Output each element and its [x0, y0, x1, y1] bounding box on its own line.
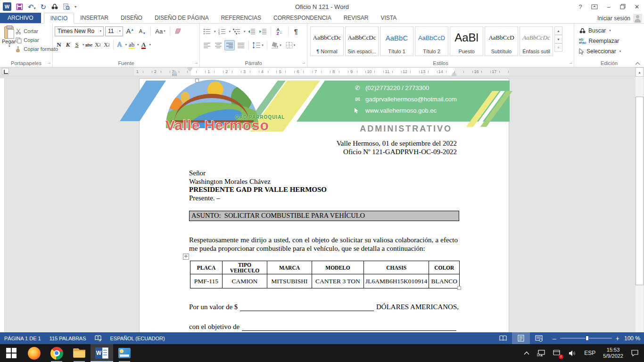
- style-sin-espaciado[interactable]: AaBbCcDcSin espaci...: [345, 26, 379, 56]
- col-color[interactable]: COLOR: [429, 261, 460, 274]
- taskbar-app[interactable]: [113, 344, 136, 362]
- col-marca[interactable]: MARCA: [267, 261, 312, 274]
- word-app-icon[interactable]: W: [3, 2, 11, 11]
- print-layout-button[interactable]: [512, 332, 530, 344]
- sort-button[interactable]: AZ↓: [273, 26, 286, 37]
- language-tray[interactable]: ESP: [581, 344, 599, 362]
- tab-revisar[interactable]: REVISAR: [338, 13, 375, 23]
- decrease-indent-button[interactable]: [247, 26, 257, 37]
- style-puesto[interactable]: AaBlPuesto: [450, 26, 483, 56]
- tab-stop-selector[interactable]: [2, 68, 9, 75]
- text-effects-caret-icon[interactable]: ▾: [125, 43, 127, 47]
- tab-correspondencia[interactable]: CORRESPONDENCIA: [267, 13, 338, 23]
- bold-button[interactable]: N: [55, 40, 63, 50]
- find-qat-icon[interactable]: [51, 3, 58, 10]
- col-tipo-vehiculo[interactable]: TIPO VEHICULO: [223, 261, 267, 274]
- sign-in[interactable]: Iniciar sesión: [597, 14, 642, 23]
- print-preview-icon[interactable]: [63, 3, 70, 10]
- cell-chasis[interactable]: JL6AMB6H15K010914: [364, 274, 429, 288]
- col-chasis[interactable]: CHASIS: [364, 261, 429, 274]
- proofing-icon[interactable]: [91, 332, 106, 344]
- col-placa[interactable]: PLACA: [190, 261, 223, 274]
- right-indent-marker[interactable]: [452, 72, 456, 75]
- font-color-caret-icon[interactable]: ▾: [149, 43, 151, 47]
- grow-font-button[interactable]: A▲: [124, 26, 136, 36]
- web-layout-button[interactable]: [530, 332, 548, 344]
- horizontal-ruler[interactable]: 32112345678910111213141617: [134, 68, 509, 75]
- cell-tipo[interactable]: CAMION: [223, 274, 267, 288]
- justify-button[interactable]: [236, 40, 246, 50]
- tray-expand-icon[interactable]: [520, 344, 533, 362]
- shrink-font-button[interactable]: A▼: [137, 26, 148, 36]
- value-line[interactable]: Por un valor de $ DÓLARES AMERICANOS,: [189, 303, 459, 311]
- cell-placa[interactable]: PMF-115: [190, 274, 223, 288]
- undo-icon[interactable]: ↶▾: [28, 3, 36, 10]
- document-page[interactable]: Valle Hermoso GAD PARROQUIAL ✆(02)277322…: [139, 78, 509, 332]
- date-block[interactable]: Valle Hermoso, 01 de septiembre del 2022…: [337, 139, 457, 156]
- align-center-button[interactable]: [213, 40, 223, 50]
- font-size-combo[interactable]: 11▾: [105, 26, 123, 36]
- cut-button[interactable]: Cortar: [16, 27, 58, 35]
- dialog-launcher-fuente[interactable]: ⌐: [194, 61, 198, 66]
- col-modelo[interactable]: MODELO: [312, 261, 364, 274]
- first-line-indent-marker[interactable]: [188, 68, 192, 71]
- tab-diseno-pagina[interactable]: DISEÑO DE PÁGINA: [149, 13, 215, 23]
- styles-scroll-down-icon[interactable]: ▼: [554, 35, 562, 43]
- bullets-button[interactable]: [202, 26, 212, 37]
- help-button[interactable]: ?: [573, 0, 587, 13]
- taskbar-firefox[interactable]: [23, 344, 45, 362]
- vertical-scrollbar[interactable]: ▲: [636, 67, 644, 332]
- dialog-launcher-portapapeles[interactable]: ⌐: [47, 61, 51, 66]
- style-titulo-1[interactable]: AaBbCTítulo 1: [380, 26, 413, 56]
- tab-vista[interactable]: VISTA: [374, 13, 403, 23]
- styles-scroll-up-icon[interactable]: ▲: [554, 26, 562, 35]
- zoom-out-button[interactable]: –: [553, 335, 556, 342]
- objective-blank-line[interactable]: [242, 324, 456, 331]
- underline-caret-icon[interactable]: ▾: [83, 43, 84, 47]
- table-resize-handle[interactable]: [457, 286, 461, 290]
- find-button[interactable]: Buscar▾: [576, 25, 642, 36]
- taskbar-chrome[interactable]: [45, 344, 68, 362]
- style-titulo-2[interactable]: AaBbCcDTítulo 2: [415, 26, 448, 56]
- increase-indent-button[interactable]: [258, 26, 268, 37]
- start-button[interactable]: [0, 344, 23, 362]
- collapse-ribbon-icon[interactable]: [635, 62, 640, 65]
- left-indent-marker[interactable]: [172, 74, 177, 76]
- numbering-caret-icon[interactable]: ▾: [229, 30, 231, 33]
- language-indicator[interactable]: ESPAÑOL (ECUADOR): [106, 332, 169, 344]
- objective-line[interactable]: con el objetivo de: [189, 323, 459, 331]
- value-blank-line[interactable]: [240, 304, 374, 311]
- cell-modelo[interactable]: CANTER 3 TON: [312, 274, 364, 288]
- style-enfasis-sutil[interactable]: AaBbCcDcÉnfasis sutil: [520, 26, 553, 56]
- copy-button[interactable]: Copiar: [16, 36, 58, 44]
- line-spacing-button[interactable]: ▾: [251, 40, 264, 50]
- change-case-button[interactable]: Aa▾: [154, 26, 167, 36]
- word-count[interactable]: 115 PALABRAS: [45, 332, 91, 344]
- select-button[interactable]: Seleccionar▾: [576, 46, 642, 57]
- align-right-button[interactable]: [224, 40, 235, 50]
- taskbar-explorer[interactable]: [68, 344, 91, 362]
- action-center-icon[interactable]: [627, 344, 642, 362]
- restore-button[interactable]: [616, 0, 630, 13]
- subject-box[interactable]: ASUNTO: SOLICITAR COMBUSTIBLE PARA VEHÍC…: [189, 211, 459, 221]
- subscript-button[interactable]: X2: [94, 40, 102, 50]
- ribbon-display-options-icon[interactable]: [587, 0, 602, 13]
- font-family-combo[interactable]: Times New Ro▾: [55, 26, 104, 36]
- hanging-indent-marker[interactable]: [172, 70, 177, 74]
- align-left-button[interactable]: [202, 40, 212, 50]
- multilevel-caret-icon[interactable]: ▾: [244, 30, 246, 33]
- zoom-slider[interactable]: [560, 338, 612, 338]
- zoom-in-button[interactable]: +: [616, 335, 619, 342]
- tab-referencias[interactable]: REFERENCIAS: [215, 13, 267, 23]
- numbering-button[interactable]: 123: [217, 26, 227, 37]
- cell-marca[interactable]: MITSUBISHI: [267, 274, 312, 288]
- strikethrough-button[interactable]: abc: [85, 40, 93, 50]
- table-move-handle[interactable]: ✛: [183, 254, 189, 260]
- borders-button[interactable]: ▾: [284, 40, 297, 50]
- style-normal[interactable]: AaBbCcDc¶ Normal: [310, 26, 344, 56]
- close-button[interactable]: ✕: [630, 0, 644, 13]
- clock[interactable]: 15:535/9/2022: [600, 344, 627, 362]
- dialog-launcher-parrafo[interactable]: ⌐: [301, 61, 306, 66]
- format-painter-button[interactable]: Copiar formato: [16, 45, 58, 53]
- highlight-caret-icon[interactable]: ▾: [137, 43, 139, 47]
